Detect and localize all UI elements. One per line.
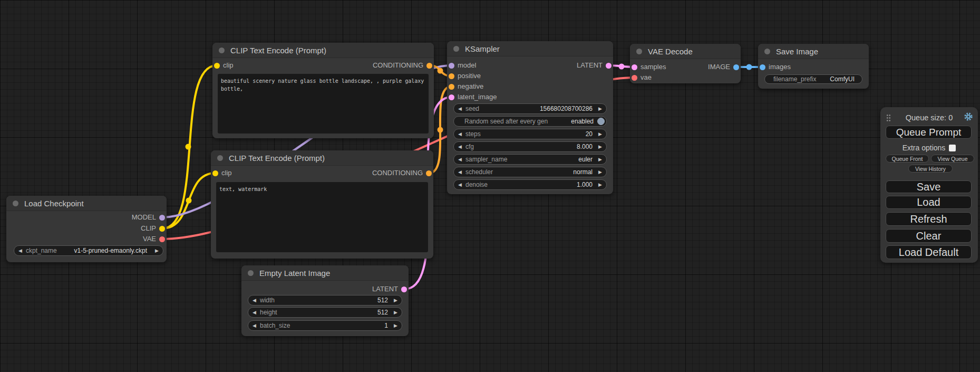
- stepper-right-icon[interactable]: ▶: [394, 323, 397, 328]
- stepper-right-icon[interactable]: ▶: [394, 298, 397, 303]
- node-header[interactable]: Empty Latent Image: [241, 265, 409, 281]
- output-port-conditioning[interactable]: [426, 63, 432, 69]
- widget-ckpt-name[interactable]: ◀ ckpt_name v1-5-pruned-emaonly.ckpt ▶: [14, 245, 163, 256]
- input-port-positive[interactable]: [449, 73, 454, 79]
- stepper-right-icon[interactable]: ▶: [155, 249, 159, 253]
- output-port-latent[interactable]: [606, 63, 612, 69]
- output-port-model[interactable]: [159, 215, 165, 221]
- widget-value: 1.000: [577, 181, 593, 188]
- input-port-model[interactable]: [449, 63, 454, 69]
- stepper-left-icon[interactable]: ◀: [253, 298, 256, 303]
- input-port-latent-image[interactable]: [449, 94, 454, 100]
- stepper-right-icon[interactable]: ▶: [394, 310, 397, 315]
- input-port-clip[interactable]: [214, 63, 220, 69]
- output-port-image[interactable]: [733, 64, 739, 70]
- collapse-dot-icon[interactable]: [217, 155, 223, 161]
- collapse-dot-icon[interactable]: [636, 49, 642, 54]
- stepper-right-icon[interactable]: ▶: [598, 107, 602, 111]
- node-vae-decode[interactable]: VAE Decode samples vae IMAGE: [630, 44, 741, 83]
- stepper-left-icon[interactable]: ◀: [18, 249, 22, 253]
- widget-height[interactable]: ◀ height 512 ▶: [248, 307, 402, 318]
- view-history-button[interactable]: View History: [908, 165, 953, 173]
- node-header[interactable]: Save Image: [758, 44, 869, 59]
- link-middot[interactable]: [438, 127, 443, 133]
- queue-prompt-button[interactable]: Queue Prompt: [886, 126, 972, 139]
- node-header[interactable]: CLIP Text Encode (Prompt): [211, 150, 433, 166]
- stepper-left-icon[interactable]: ◀: [253, 323, 256, 328]
- node-clip-text-encode-negative[interactable]: CLIP Text Encode (Prompt) clip CONDITION…: [211, 150, 433, 259]
- output-port-clip[interactable]: [159, 226, 165, 232]
- node-header[interactable]: CLIP Text Encode (Prompt): [212, 43, 434, 58]
- link-middot[interactable]: [619, 64, 625, 70]
- collapse-dot-icon[interactable]: [248, 270, 254, 276]
- node-clip-text-encode-positive[interactable]: CLIP Text Encode (Prompt) clip CONDITION…: [212, 43, 434, 138]
- widget-value: 512: [377, 297, 388, 304]
- stepper-left-icon[interactable]: ◀: [253, 310, 256, 315]
- node-header[interactable]: KSampler: [447, 41, 613, 56]
- input-label-positive: positive: [458, 72, 481, 80]
- link-middot[interactable]: [746, 64, 752, 70]
- output-label-model: MODEL: [132, 214, 156, 221]
- widget-steps[interactable]: ◀ steps 20 ▶: [453, 129, 607, 139]
- input-label-samples: samples: [641, 63, 666, 71]
- widget-seed[interactable]: ◀ seed 156680208700286 ▶: [453, 103, 607, 114]
- stepper-right-icon[interactable]: ▶: [598, 183, 602, 187]
- widget-label: steps: [465, 130, 481, 138]
- collapse-dot-icon[interactable]: [219, 47, 225, 53]
- widget-denoise[interactable]: ◀ denoise 1.000 ▶: [453, 179, 607, 190]
- save-button[interactable]: Save: [886, 180, 972, 193]
- gear-icon[interactable]: [964, 112, 973, 121]
- clear-button[interactable]: Clear: [886, 229, 972, 243]
- stepper-right-icon[interactable]: ▶: [598, 145, 602, 149]
- stepper-right-icon[interactable]: ▶: [598, 132, 602, 137]
- input-port-clip[interactable]: [212, 170, 218, 176]
- node-empty-latent-image[interactable]: Empty Latent Image LATENT ◀ width 512 ▶ …: [241, 265, 409, 336]
- load-button[interactable]: Load: [886, 196, 972, 209]
- stepper-left-icon[interactable]: ◀: [458, 132, 462, 137]
- input-port-samples[interactable]: [632, 64, 637, 70]
- stepper-left-icon[interactable]: ◀: [458, 107, 462, 111]
- widget-filename-prefix[interactable]: filename_prefix ComfyUI: [764, 74, 862, 84]
- node-header[interactable]: VAE Decode: [630, 44, 741, 59]
- widget-scheduler[interactable]: ◀ scheduler normal ▶: [453, 167, 607, 177]
- stepper-left-icon[interactable]: ◀: [458, 157, 462, 162]
- widget-random-seed-toggle[interactable]: Random seed after every gen enabled: [453, 116, 607, 127]
- prompt-textarea[interactable]: beautiful scenery nature glass bottle la…: [218, 74, 429, 133]
- input-port-negative[interactable]: [449, 84, 454, 90]
- input-label-negative: negative: [458, 83, 483, 90]
- stepper-left-icon[interactable]: ◀: [458, 145, 462, 149]
- widget-sampler-name[interactable]: ◀ sampler_name euler ▶: [453, 154, 607, 165]
- stepper-right-icon[interactable]: ▶: [598, 170, 602, 175]
- collapse-dot-icon[interactable]: [13, 201, 18, 206]
- link-middot[interactable]: [186, 198, 192, 204]
- output-port-conditioning[interactable]: [426, 170, 432, 176]
- output-port-vae[interactable]: [159, 236, 165, 242]
- node-save-image[interactable]: Save Image images filename_prefix ComfyU…: [758, 44, 869, 89]
- output-label-conditioning: CONDITIONING: [372, 169, 423, 177]
- widget-width[interactable]: ◀ width 512 ▶: [248, 295, 402, 306]
- input-port-vae[interactable]: [632, 75, 637, 81]
- node-header[interactable]: Load Checkpoint: [6, 196, 167, 211]
- widget-cfg[interactable]: ◀ cfg 8.000 ▶: [453, 141, 607, 152]
- node-ksampler[interactable]: KSampler model positive negative latent_…: [447, 41, 613, 194]
- queue-front-button[interactable]: Queue Front: [886, 155, 929, 163]
- stepper-left-icon[interactable]: ◀: [458, 183, 462, 187]
- node-load-checkpoint[interactable]: Load Checkpoint MODEL CLIP VAE ◀ ckpt_na…: [6, 196, 167, 262]
- extra-options-checkbox[interactable]: [949, 145, 956, 151]
- input-label-latent-image: latent_image: [458, 93, 497, 101]
- prompt-textarea[interactable]: text, watermark: [216, 182, 428, 252]
- link-middot[interactable]: [186, 144, 191, 150]
- load-default-button[interactable]: Load Default: [886, 245, 972, 259]
- view-queue-button[interactable]: View Queue: [931, 155, 974, 163]
- stepper-right-icon[interactable]: ▶: [598, 157, 602, 162]
- toggle-icon[interactable]: [597, 118, 605, 125]
- stepper-left-icon[interactable]: ◀: [458, 170, 462, 175]
- input-label-clip: clip: [221, 169, 232, 177]
- collapse-dot-icon[interactable]: [764, 49, 770, 54]
- widget-batch-size[interactable]: ◀ batch_size 1 ▶: [248, 320, 402, 331]
- link-middot[interactable]: [438, 68, 443, 74]
- refresh-button[interactable]: Refresh: [886, 212, 972, 226]
- input-port-images[interactable]: [760, 64, 765, 70]
- collapse-dot-icon[interactable]: [453, 46, 459, 52]
- output-port-latent[interactable]: [401, 287, 407, 292]
